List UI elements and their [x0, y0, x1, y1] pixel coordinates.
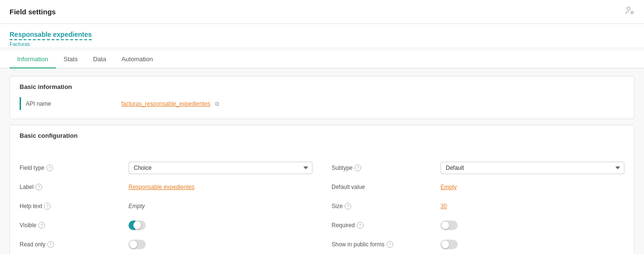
- show-public-forms-help-icon[interactable]: ?: [386, 241, 393, 248]
- required-label: Required ?: [332, 222, 437, 229]
- required-toggle-container: [440, 221, 624, 230]
- label-label: Label ?: [20, 184, 125, 190]
- default-value-link[interactable]: Empty: [440, 184, 457, 190]
- label-value: Responsable expedientes: [129, 184, 312, 190]
- page-title: Field settings: [10, 8, 56, 16]
- show-public-forms-toggle-container: [440, 240, 624, 249]
- subtype-row: Subtype ? Default: [332, 159, 624, 177]
- field-type-label: Field type ?: [20, 165, 125, 171]
- svg-point-0: [627, 7, 630, 11]
- breadcrumb-title[interactable]: Responsable expedientes: [10, 31, 92, 40]
- subtype-value: Default: [440, 162, 624, 174]
- visible-toggle[interactable]: [129, 221, 146, 230]
- basic-info-card: Basic information API name facturas_resp…: [10, 76, 634, 119]
- breadcrumb-subtitle: Facturas: [10, 41, 634, 47]
- tab-information[interactable]: Information: [10, 51, 56, 68]
- read-only-help-icon[interactable]: ?: [47, 241, 54, 248]
- subtype-label: Subtype ?: [332, 165, 437, 171]
- field-type-help-icon[interactable]: ?: [46, 165, 53, 171]
- required-help-icon[interactable]: ?: [357, 222, 364, 229]
- tab-automation[interactable]: Automation: [114, 51, 161, 68]
- tabs-bar: Information Stats Data Automation: [0, 51, 644, 68]
- size-label: Size ?: [332, 203, 437, 210]
- page-header: Field settings: [0, 0, 644, 24]
- field-type-row: Field type ? Choice: [20, 159, 312, 177]
- basic-config-card: Basic configuration Field type ? Choice: [10, 125, 634, 254]
- copy-icon[interactable]: ⧉: [215, 100, 219, 107]
- subtype-select[interactable]: Default: [440, 162, 624, 174]
- api-name-value-col: facturas_responsable_expedientes ⧉: [121, 100, 624, 107]
- main-content: Basic information API name facturas_resp…: [0, 68, 644, 254]
- read-only-toggle-knob: [129, 241, 137, 248]
- breadcrumb-section: Responsable expedientes Facturas: [0, 24, 644, 47]
- field-type-value: Choice: [129, 162, 312, 174]
- read-only-toggle[interactable]: [129, 240, 146, 249]
- config-left: Field type ? Choice Label ?: [20, 159, 312, 254]
- visible-help-icon[interactable]: ?: [38, 222, 45, 229]
- read-only-label: Read only ?: [20, 241, 125, 248]
- basic-config-title: Basic configuration: [20, 132, 624, 139]
- show-public-forms-label: Show in public forms ?: [332, 241, 437, 248]
- help-text-row: Help text ? Empty: [20, 198, 312, 215]
- help-text-help-icon[interactable]: ?: [44, 203, 51, 210]
- label-link[interactable]: Responsable expedientes: [129, 184, 194, 190]
- default-value-value: Empty: [440, 184, 624, 190]
- help-text-value: Empty: [129, 203, 312, 210]
- size-help-icon[interactable]: ?: [344, 203, 351, 210]
- api-name-row: API name facturas_responsable_expediente…: [20, 97, 624, 110]
- help-text-label: Help text ?: [20, 203, 125, 210]
- show-public-forms-toggle[interactable]: [440, 240, 458, 249]
- help-text-empty: Empty: [129, 203, 145, 210]
- show-public-forms-row: Show in public forms ?: [332, 236, 624, 253]
- size-value: 30: [440, 203, 624, 210]
- label-help-icon[interactable]: ?: [35, 184, 42, 190]
- config-grid: Field type ? Choice Label ?: [10, 153, 634, 254]
- read-only-toggle-container: [129, 240, 312, 249]
- subtype-help-icon[interactable]: ?: [354, 165, 361, 171]
- visible-toggle-knob: [133, 221, 141, 229]
- tab-stats[interactable]: Stats: [56, 51, 86, 68]
- default-value-row: Default value Empty: [332, 178, 624, 196]
- show-public-forms-toggle-knob: [441, 241, 449, 248]
- size-row: Size ? 30: [332, 198, 624, 215]
- visible-label: Visible ?: [20, 222, 125, 229]
- read-only-row: Read only ?: [20, 236, 312, 253]
- tab-data[interactable]: Data: [86, 51, 114, 68]
- user-gear-icon[interactable]: [625, 6, 634, 18]
- basic-info-section: Basic information API name facturas_resp…: [10, 77, 634, 119]
- required-toggle-knob: [441, 221, 449, 229]
- default-value-label: Default value: [332, 184, 437, 190]
- visible-row: Visible ?: [20, 217, 312, 234]
- api-name-link[interactable]: facturas_responsable_expedientes: [121, 100, 210, 107]
- visible-toggle-container: [129, 221, 312, 230]
- required-toggle[interactable]: [440, 221, 458, 230]
- field-type-select[interactable]: Choice: [129, 162, 312, 174]
- required-row: Required ?: [332, 217, 624, 234]
- basic-config-section: Basic configuration: [10, 125, 634, 153]
- basic-info-title: Basic information: [20, 83, 624, 90]
- api-name-label: API name: [26, 100, 121, 107]
- label-row: Label ? Responsable expedientes: [20, 178, 312, 196]
- config-right: Subtype ? Default Default value: [332, 159, 624, 254]
- size-number[interactable]: 30: [440, 203, 447, 210]
